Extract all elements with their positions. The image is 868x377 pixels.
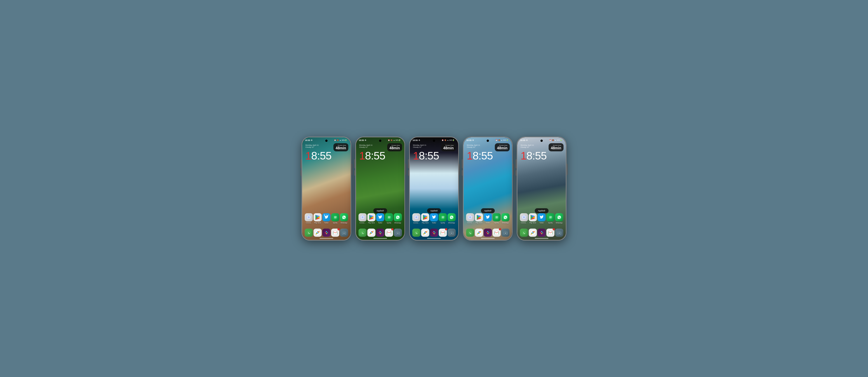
bottom-app-item-camera[interactable] [447, 229, 456, 237]
clock-display: 18:55 [521, 150, 547, 161]
app-item-whatsapp[interactable]: WhatsApp [555, 213, 563, 224]
app-item-spotify[interactable]: Spotify [331, 213, 339, 224]
bottom-app-item-phone[interactable] [520, 229, 528, 237]
bottom-app-item-camera[interactable] [555, 229, 563, 237]
bottom-app-item-phone[interactable] [305, 229, 313, 237]
app-icon-twitter [430, 213, 438, 221]
app-item-playstore[interactable]: Play Store [421, 213, 429, 224]
svg-point-163 [559, 233, 560, 234]
app-item-spotify[interactable]: Spotify [546, 213, 555, 224]
app-label-twitter: Twitter [539, 222, 544, 224]
bottom-app-item-chrome[interactable] [367, 229, 375, 237]
bluetooth-icon: 🔕 [444, 139, 446, 141]
svg-point-102 [472, 216, 473, 217]
mute-button [516, 170, 517, 176]
phone-frame-2[interactable]: 18:55 ✛ ⏰ 🔕 ▲ 84%🔋 Screen time 48min Mon… [355, 137, 405, 241]
battery-icon: 84%🔋 [557, 139, 562, 141]
clock-hour-first-digit: 1 [305, 150, 311, 162]
bottom-app-item-gmail[interactable] [331, 229, 339, 237]
app-item-corona[interactable]: Corona-... [520, 213, 528, 224]
phone-screen-3: 18:55 ✛ ⏰ 🔕 ▲ 84%🔋 Screen time 48min Mon… [410, 137, 458, 240]
app-item-whatsapp[interactable]: WhatsApp [394, 213, 402, 224]
bottom-app-item-gmail[interactable] [546, 229, 555, 237]
app-item-twitter[interactable]: Twitter [484, 213, 492, 224]
bottom-app-icon-gmail [331, 229, 339, 237]
app-item-playstore[interactable]: Play Store [529, 213, 537, 224]
alarm-icon: ⏰ [549, 139, 551, 141]
app-item-playstore[interactable]: Play Store [313, 213, 322, 224]
mute-button [408, 170, 409, 176]
bottom-app-item-slack[interactable] [376, 229, 384, 237]
app-item-twitter[interactable]: Twitter [537, 213, 546, 224]
bottom-app-item-camera[interactable] [340, 229, 348, 237]
screen-time-widget[interactable]: Screen time 48min [333, 143, 348, 151]
screen-time-widget[interactable]: Screen time 48min [495, 143, 510, 151]
signal-icon: ▲ [447, 139, 449, 141]
svg-point-36 [364, 216, 365, 217]
svg-point-46 [360, 230, 365, 235]
bottom-app-item-slack[interactable] [430, 229, 438, 237]
app-icon-whatsapp [447, 213, 456, 221]
date-weather: Monday, April 11 Cloudy 12° [305, 144, 319, 148]
phone-frame-1[interactable]: 18:55 ✛ ⏰ 🔕 ▲ 84%🔋 Screen time 48min Mon… [302, 137, 351, 241]
app-item-spotify[interactable]: Spotify [385, 213, 393, 224]
app-item-whatsapp[interactable]: WhatsApp [501, 213, 509, 224]
volume-button [408, 159, 409, 168]
app-label-playstore: Play Store [368, 222, 375, 224]
camera-hole [433, 140, 435, 142]
applied-toast: Applied! [535, 208, 549, 213]
app-item-twitter[interactable]: Twitter [430, 213, 438, 224]
screen-time-value: 48min [336, 146, 346, 150]
bottom-app-item-gmail[interactable] [439, 229, 447, 237]
clock-time: 18:55 [413, 150, 439, 161]
app-item-corona[interactable]: Corona-... [412, 213, 421, 224]
nav-bar [320, 238, 333, 239]
bottom-app-item-phone[interactable] [466, 229, 474, 237]
bottom-app-item-gmail[interactable] [493, 229, 501, 237]
app-item-spotify[interactable]: Spotify [439, 213, 447, 224]
app-item-corona[interactable]: Corona-... [466, 213, 474, 224]
bottom-app-item-gmail[interactable] [385, 229, 393, 237]
bottom-app-item-phone[interactable] [412, 229, 421, 237]
bottom-app-item-camera[interactable] [394, 229, 402, 237]
gmail-badge [499, 228, 501, 230]
svg-point-134 [524, 215, 525, 216]
bottom-app-item-slack[interactable] [537, 229, 546, 237]
app-item-whatsapp[interactable]: WhatsApp [340, 213, 348, 224]
bottom-app-icon-camera [340, 229, 348, 237]
app-item-playstore[interactable]: Play Store [367, 213, 375, 224]
signal-icon: ▲ [555, 139, 556, 141]
bottom-app-item-chrome[interactable] [313, 229, 322, 237]
app-label-playstore: Play Store [422, 222, 429, 224]
bottom-app-item-camera[interactable] [501, 229, 509, 237]
bottom-app-icon-slack [537, 229, 546, 237]
app-item-spotify[interactable]: Spotify [493, 213, 501, 224]
screen-time-widget[interactable]: Screen time 48min [441, 143, 456, 151]
nav-bar [535, 238, 548, 239]
app-item-corona[interactable]: Corona... [305, 213, 313, 224]
svg-point-136 [525, 218, 526, 219]
date-text: Monday, April 11 [467, 144, 480, 146]
screen-time-widget[interactable]: Screen time 48min [549, 143, 563, 151]
app-label-corona: Corona... [306, 222, 312, 224]
phone-frame-5[interactable]: 18:55 ✛ ⏰ 🔕 ▲ 84%🔋 Screen time 48min Mon… [517, 137, 566, 241]
clock-display: 18:55 [305, 150, 331, 161]
phone-frame-3[interactable]: 18:55 ✛ ⏰ 🔕 ▲ 84%🔋 Screen time 48min Mon… [409, 137, 459, 241]
bottom-app-item-chrome[interactable] [529, 229, 537, 237]
screen-time-widget[interactable]: Screen time 48min [387, 143, 402, 151]
bottom-app-item-chrome[interactable] [421, 229, 429, 237]
bottom-app-item-chrome[interactable] [475, 229, 483, 237]
applied-toast: Applied! [481, 208, 495, 213]
bottom-app-item-slack[interactable] [484, 229, 492, 237]
app-item-twitter[interactable]: Twitter [376, 213, 384, 224]
app-item-corona[interactable]: Corona-... [359, 213, 367, 224]
phone-frame-4[interactable]: 18:55 ✛ ⏰ 🔕 ▲ 84%🔋 Screen time 48min Mon… [463, 137, 513, 241]
bottom-app-item-phone[interactable] [359, 229, 367, 237]
bottom-app-item-slack[interactable] [322, 229, 331, 237]
app-item-playstore[interactable]: Play Store [475, 213, 483, 224]
screen-time-label: Screen time [336, 144, 346, 146]
app-item-whatsapp[interactable]: WhatsApp [447, 213, 456, 224]
bottom-app-icon-phone [466, 229, 474, 237]
clock-display: 18:55 [359, 150, 385, 161]
screen-time-value: 48min [497, 146, 507, 150]
